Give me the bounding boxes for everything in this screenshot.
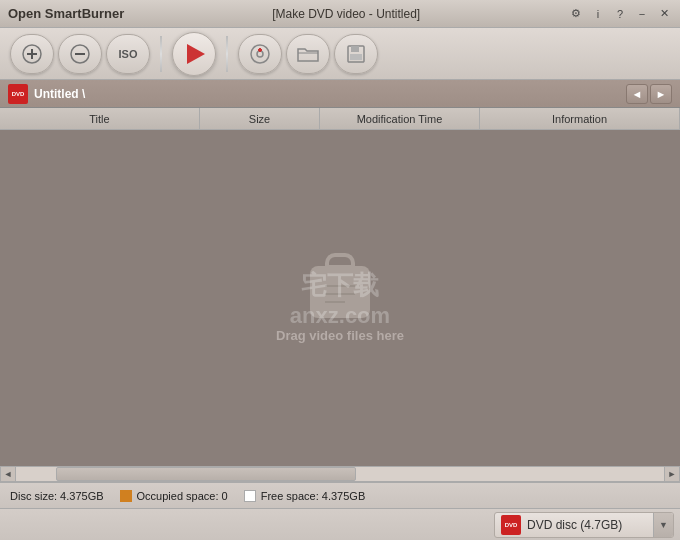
- disc-dropdown-button[interactable]: ▼: [653, 513, 673, 537]
- content-wrapper: DVD Untitled \ ◄ ► Title Size Modificati…: [0, 80, 680, 540]
- disc-selector-label: DVD disc (4.7GB): [527, 518, 647, 532]
- status-bar: Disc size: 4.375GB Occupied space: 0 Fre…: [0, 482, 680, 508]
- add-button[interactable]: [10, 34, 54, 74]
- scroll-left-button[interactable]: ◄: [0, 466, 16, 482]
- svg-rect-11: [350, 54, 362, 60]
- svg-rect-12: [312, 268, 368, 316]
- scroll-right-button[interactable]: ►: [664, 466, 680, 482]
- drag-hint-text: Drag video files here: [276, 328, 404, 343]
- title-bar: Open SmartBurner [Make DVD video - Untit…: [0, 0, 680, 28]
- dvd-small-icon: DVD: [8, 84, 28, 104]
- separator-2: [226, 36, 228, 72]
- title-bar-controls: ⚙ i ? − ✕: [568, 6, 672, 22]
- col-modification-time: Modification Time: [320, 108, 480, 129]
- scroll-track[interactable]: [16, 467, 664, 481]
- disc-size-label: Disc size: 4.375GB: [10, 490, 104, 502]
- occupied-space-item: Occupied space: 0: [120, 490, 228, 502]
- window-title: [Make DVD video - Untitled]: [272, 7, 420, 21]
- iso-label: ISO: [119, 48, 138, 60]
- settings-icon[interactable]: ⚙: [568, 6, 584, 22]
- app-name: Open SmartBurner: [8, 6, 124, 21]
- svg-rect-10: [351, 46, 359, 52]
- info-icon[interactable]: i: [590, 6, 606, 22]
- free-indicator: [244, 490, 256, 502]
- col-title: Title: [0, 108, 200, 129]
- path-arrows: ◄ ►: [626, 84, 672, 104]
- free-space-item: Free space: 4.375GB: [244, 490, 366, 502]
- play-button[interactable]: [172, 32, 216, 76]
- play-icon: [187, 44, 205, 64]
- svg-point-5: [251, 45, 269, 63]
- disc-dvd-icon: DVD: [501, 515, 521, 535]
- occupied-space-label: Occupied space: 0: [137, 490, 228, 502]
- main-layout: ISO: [0, 28, 680, 540]
- col-information: Information: [480, 108, 680, 129]
- save-button[interactable]: [334, 34, 378, 74]
- help-icon[interactable]: ?: [612, 6, 628, 22]
- close-icon[interactable]: ✕: [656, 6, 672, 22]
- free-space-label: Free space: 4.375GB: [261, 490, 366, 502]
- toolbar: ISO: [0, 28, 680, 80]
- open-folder-button[interactable]: [286, 34, 330, 74]
- separator-1: [160, 36, 162, 72]
- bag-icon: [310, 253, 370, 318]
- remove-button[interactable]: [58, 34, 102, 74]
- minimize-icon[interactable]: −: [634, 6, 650, 22]
- path-forward-button[interactable]: ►: [650, 84, 672, 104]
- add-dvd-button[interactable]: [238, 34, 282, 74]
- iso-button[interactable]: ISO: [106, 34, 150, 74]
- disc-size-item: Disc size: 4.375GB: [10, 490, 104, 502]
- path-back-button[interactable]: ◄: [626, 84, 648, 104]
- drag-hint: Drag video files here: [276, 253, 404, 343]
- disc-selector[interactable]: DVD DVD disc (4.7GB) ▼: [494, 512, 674, 538]
- bottom-bar: DVD DVD disc (4.7GB) ▼: [0, 508, 680, 540]
- col-size: Size: [200, 108, 320, 129]
- scroll-thumb[interactable]: [56, 467, 356, 481]
- horizontal-scrollbar[interactable]: ◄ ►: [0, 466, 680, 482]
- bag-body: [310, 266, 370, 318]
- table-header: Title Size Modification Time Information: [0, 108, 680, 130]
- path-bar: DVD Untitled \ ◄ ►: [0, 80, 680, 108]
- path-text: Untitled \: [34, 87, 85, 101]
- occupied-indicator: [120, 490, 132, 502]
- path-left: DVD Untitled \: [8, 84, 85, 104]
- file-area: 宅下载 anxz.com: [0, 130, 680, 466]
- content-area[interactable]: 宅下载 anxz.com: [0, 130, 680, 466]
